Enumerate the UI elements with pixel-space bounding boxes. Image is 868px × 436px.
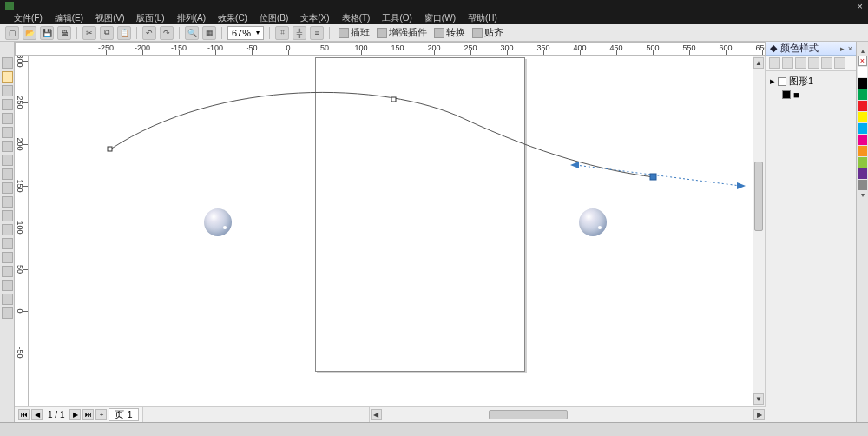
polygon-tool[interactable] [2,168,13,180]
arrow-right-icon [737,182,746,189]
menu-item[interactable]: 文件(F) [14,12,43,24]
plugin-button[interactable]: 转换 [431,26,469,40]
shape-tool[interactable] [2,71,13,83]
panel-tool-6[interactable] [834,57,845,69]
undo-icon[interactable]: ↶ [142,26,156,40]
page-first-icon[interactable]: ⏮ [18,409,30,420]
palette-down-icon[interactable]: ▾ [861,191,865,199]
interactive-tool[interactable] [2,252,13,263]
pick-tool[interactable] [2,57,13,69]
panel-tool-1[interactable] [769,57,780,69]
menu-item[interactable]: 窗口(W) [424,12,456,24]
node-start[interactable] [108,147,112,151]
panel-menu-icon[interactable]: ▸ [840,44,845,53]
page-prev-icon[interactable]: ◀ [31,409,43,420]
zoom-tool[interactable] [2,99,13,110]
paste-icon[interactable]: 📋 [117,26,131,40]
scroll-down-icon[interactable]: ▼ [753,393,764,405]
panel-tool-4[interactable] [808,57,819,69]
menu-item[interactable]: 帮助(H) [468,12,497,24]
save-icon[interactable]: 💾 [40,26,54,40]
hscroll-thumb[interactable] [489,410,568,419]
outline-tool[interactable] [2,280,13,291]
basic-shapes-tool[interactable] [2,182,13,194]
fill-tool[interactable] [2,294,13,305]
cut-icon[interactable]: ✂ [82,26,96,40]
smart-fill-tool[interactable] [2,127,13,138]
open-icon[interactable]: 📂 [23,26,36,40]
scroll-left-icon[interactable]: ◀ [371,409,382,420]
panel-tool-5[interactable] [821,57,832,69]
color-swatch[interactable] [858,101,867,111]
snap-icon[interactable]: ⌗ [275,26,289,40]
node-mid[interactable] [391,97,396,102]
color-swatch[interactable] [858,168,867,179]
scroll-right-icon[interactable]: ▶ [753,409,765,420]
print-icon[interactable]: 🖶 [57,26,71,40]
grid-icon[interactable]: ▦ [202,26,216,40]
color-swatch[interactable] [858,112,867,122]
layer-subrow[interactable]: ■ [770,89,852,100]
menu-item[interactable]: 版面(L) [136,12,164,24]
color-swatch[interactable] [858,180,867,190]
freehand-tool[interactable] [2,113,13,124]
eyedropper-tool[interactable] [2,266,13,277]
canvas[interactable] [29,56,766,406]
plugin-button[interactable]: 插班 [335,26,373,40]
page-tab[interactable]: 页 1 [108,408,138,421]
color-swatch[interactable] [858,67,867,77]
ellipse-tool[interactable] [2,155,13,166]
ruler-number: 650 [755,43,766,52]
scroll-up-icon[interactable]: ▲ [753,57,764,69]
page-add-icon[interactable]: + [95,409,107,420]
menu-item[interactable]: 视图(V) [95,12,124,24]
status-bar [0,422,868,436]
color-swatch[interactable] [858,123,867,134]
vertical-scrollbar[interactable]: ▲ ▼ [753,56,766,406]
no-fill-swatch[interactable]: × [858,56,867,66]
dimension-tool[interactable] [2,224,13,235]
scroll-thumb[interactable] [754,162,763,231]
menu-item[interactable]: 表格(T) [342,12,371,24]
panel-close-icon[interactable]: × [848,44,852,53]
color-swatch[interactable] [858,135,867,145]
color-swatch[interactable] [858,157,867,168]
vertical-ruler: 300250200150100500-50 [15,56,29,406]
menu-item[interactable]: 效果(C) [218,12,247,24]
table-tool[interactable] [2,210,13,221]
zoom-combo[interactable]: 67% ▾ [227,26,264,40]
interactive-fill-tool[interactable] [2,307,13,319]
layer-row[interactable]: ▸ 图形1 [770,75,852,88]
palette-up-icon[interactable]: ▴ [861,47,865,55]
crop-tool[interactable] [2,85,13,96]
menu-item[interactable]: 位图(B) [260,12,288,24]
plugin-button[interactable]: 贴齐 [469,26,507,40]
page-next-icon[interactable]: ▶ [69,409,81,420]
copy-icon[interactable]: ⧉ [100,26,114,40]
menu-item[interactable]: 编辑(E) [55,12,83,24]
page-indicator: 1 / 1 [44,410,68,419]
app-icon [5,2,14,10]
panel-tool-3[interactable] [795,57,806,69]
page-last-icon[interactable]: ⏭ [82,409,94,420]
align-icon[interactable]: ≡ [310,26,324,40]
expand-icon[interactable]: ▸ [770,76,775,87]
guide-icon[interactable]: ╬ [293,26,306,40]
rectangle-tool[interactable] [2,141,13,152]
color-swatch[interactable] [858,146,867,156]
plugin-button[interactable]: 增强插件 [373,26,431,40]
menu-item[interactable]: 排列(A) [177,12,206,24]
search-icon[interactable]: 🔍 [185,26,199,40]
new-icon[interactable]: ▢ [5,26,19,40]
color-swatch[interactable] [858,89,867,100]
connector-tool[interactable] [2,238,13,249]
horizontal-scrollbar[interactable]: ◀ ▶ [369,407,766,422]
window-close-icon[interactable]: × [858,1,863,11]
node-selected[interactable] [650,174,656,180]
color-swatch[interactable] [858,78,867,89]
redo-icon[interactable]: ↷ [160,26,174,40]
menu-item[interactable]: 文本(X) [300,12,329,24]
panel-tool-2[interactable] [782,57,793,69]
text-tool[interactable] [2,196,13,208]
menu-item[interactable]: 工具(O) [382,12,411,24]
